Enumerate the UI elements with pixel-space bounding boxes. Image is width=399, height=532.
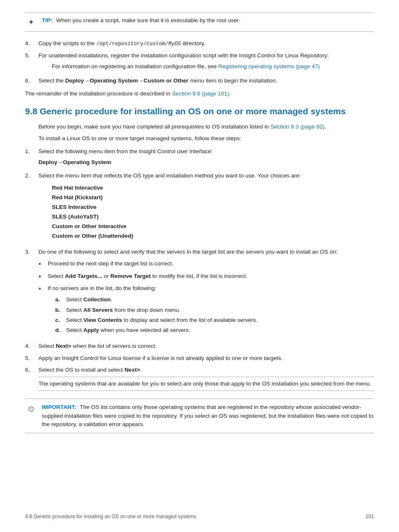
main-step-2-content: Select the menu item that reflects the O… [38, 172, 374, 244]
next-bold-6: Next> [125, 367, 140, 373]
alpha-d: d. Select Apply when you have selected a… [48, 326, 257, 334]
footer-right: 101 [366, 513, 374, 520]
main-step-1: 1. Select the following menu item from t… [25, 147, 374, 169]
tip-text: When you create a script, make sure that… [56, 17, 240, 23]
view-contents-bold: View Contents [83, 317, 122, 323]
step-4-num: 4. [25, 39, 38, 48]
remove-target-bold: Remove Target [110, 273, 151, 279]
main-step-5: 5. Apply an Insight Control for Linux li… [25, 354, 374, 362]
step-4: 4. Copy the scripts to the /opt/reposito… [25, 39, 374, 48]
main-step-6-num: 6. [25, 366, 38, 394]
step-6: 6. Select the Deploy→Operating System→Cu… [25, 77, 374, 85]
alpha-b: b. Select All Servers from the drop down… [48, 306, 257, 314]
tip-content: TIP: When you create a script, make sure… [42, 16, 240, 25]
step-5-content: For unattended installations, register t… [38, 51, 374, 74]
alpha-d-text: Select Apply when you have selected all … [66, 326, 190, 334]
bullet-3-row: • If no servers are in the list, do the … [38, 284, 156, 294]
top-steps-list: 4. Copy the scripts to the /opt/reposito… [25, 39, 374, 85]
step-6-sub: The operating systems that are available… [38, 377, 374, 391]
bullet-2: • Select Add Targets... or Remove Target… [38, 272, 374, 282]
step-5-num: 5. [25, 51, 38, 74]
main-step-5-num: 5. [25, 354, 38, 362]
important-label: IMPORTANT: [42, 404, 76, 410]
bullet-dot-3: • [38, 284, 46, 294]
registering-link[interactable]: Registering operating systems (page 47) [218, 63, 320, 69]
tip-box: ✦ TIP: When you create a script, make su… [25, 13, 374, 32]
alpha-a-label: a. [55, 296, 66, 304]
custom-bold: Custom or Other [143, 77, 188, 84]
alpha-d-label: d. [55, 326, 66, 334]
main-step-4-content: Select Next> when the list of servers is… [38, 342, 374, 350]
bullet-3-text: If no servers are in the list, do the fo… [48, 284, 156, 294]
main-step-2-num: 2. [25, 172, 38, 244]
main-step-3-num: 3. [25, 248, 38, 339]
important-text: The OS list contains only those operatin… [42, 404, 373, 427]
alpha-c: c. Select View Contents to display and s… [48, 316, 257, 324]
main-step-2: 2. Select the menu item that reflects th… [25, 172, 374, 244]
sub-alpha-list: a. Select Collection. b. Select All Serv… [48, 296, 257, 336]
page-footer: 9.8 Generic procedure for installing an … [25, 513, 374, 520]
main-step-6: 6. Select the OS to install and select N… [25, 366, 374, 394]
main-step-6-content: Select the OS to install and select Next… [38, 366, 374, 394]
main-step-5-content: Apply an Insight Control for Linux licen… [38, 354, 374, 362]
main-step-3: 3. Do one of the following to select and… [25, 248, 374, 339]
main-steps-list: 1. Select the following menu item from t… [25, 147, 374, 394]
main-step-4: 4. Select Next> when the list of servers… [25, 342, 374, 350]
important-content: IMPORTANT: The OS list contains only tho… [42, 403, 374, 429]
os-bold: Operating System [90, 77, 138, 84]
choices-block: Red Hat Interactive Red Hat (Kickstart) … [52, 183, 374, 241]
step-5-sub: For information on registering an instal… [52, 62, 374, 71]
arrow1: → [84, 77, 90, 84]
section-heading: 9.8 Generic procedure for installing an … [25, 105, 374, 117]
tip-label: TIP: [42, 17, 53, 23]
remainder-para: The remainder of the installation proced… [25, 90, 374, 98]
step-5: 5. For unattended installations, registe… [25, 51, 374, 74]
bullet-3: • If no servers are in the list, do the … [38, 284, 374, 336]
section-93-link[interactable]: Section 9.3 (page 92) [271, 123, 325, 130]
bullet-1-text: Proceed to the next step if the target l… [48, 260, 173, 268]
add-targets-bold: Add Targets... [65, 273, 102, 279]
alpha-c-label: c. [55, 316, 66, 324]
arrow2: → [138, 77, 144, 84]
step-4-mono: /opt/repository/custom/MyOS [96, 41, 181, 47]
intro-text: To install a Linux OS to one or more tar… [38, 134, 374, 143]
alpha-b-label: b. [55, 306, 66, 314]
alpha-a: a. Select Collection. [48, 296, 257, 304]
bullet-dot-2: • [38, 272, 46, 282]
step-3-bullets: • Proceed to the next step if the target… [38, 260, 374, 336]
main-step-1-content: Select the following menu item from the … [38, 147, 374, 169]
all-servers-bold: All Servers [83, 307, 113, 313]
alpha-c-text: Select View Contents to display and sele… [66, 316, 257, 324]
alpha-a-text: Select Collection. [66, 296, 112, 304]
next-bold-4: Next> [56, 343, 71, 349]
apply-bold: Apply [83, 327, 99, 333]
important-box: ⊙ IMPORTANT: The OS list contains only t… [25, 398, 374, 433]
step-4-content: Copy the scripts to the /opt/repository/… [38, 39, 374, 48]
collection-bold: Collection [83, 296, 110, 303]
step-6-content: Select the Deploy→Operating System→Custo… [38, 77, 374, 85]
tip-icon: ✦ [25, 17, 37, 28]
main-step-4-num: 4. [25, 342, 38, 350]
footer-left: 9.8 Generic procedure for installing an … [25, 513, 197, 520]
important-icon: ⊙ [25, 403, 37, 415]
alpha-b-text: Select All Servers from the drop down me… [66, 306, 180, 314]
prereq-para: Before you begin, make sure you have com… [38, 123, 374, 131]
main-step-3-content: Do one of the following to select and ve… [38, 248, 374, 339]
deploy-bold: Deploy [65, 77, 84, 84]
step-6-num: 6. [25, 77, 38, 85]
deploy-os-label: Deploy→Operating System [38, 158, 374, 167]
bullet-1: • Proceed to the next step if the target… [38, 260, 374, 269]
bullet-2-text: Select Add Targets... or Remove Target t… [48, 272, 247, 280]
main-step-1-num: 1. [25, 147, 38, 169]
section-98-link[interactable]: Section 9.8 (page 101) [172, 90, 229, 97]
bullet-dot-1: • [38, 260, 46, 269]
